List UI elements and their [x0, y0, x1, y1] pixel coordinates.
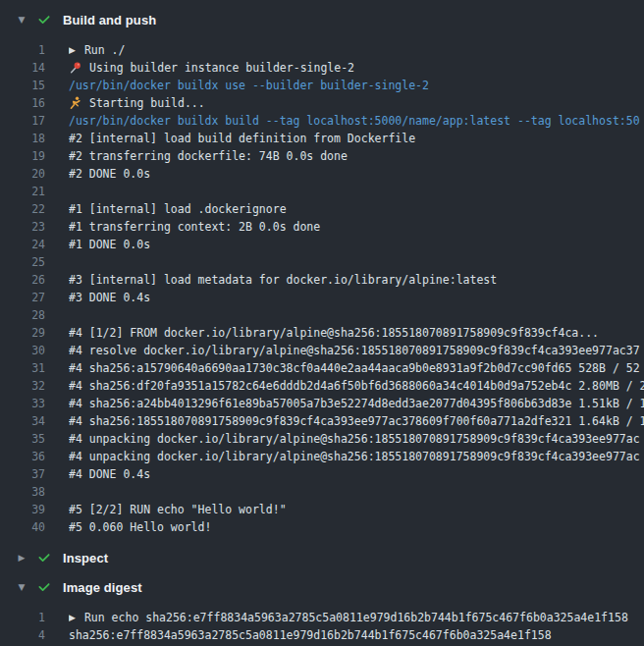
log-line: 36#4 unpacking docker.io/library/alpine@… — [0, 448, 644, 465]
line-number[interactable]: 16 — [0, 94, 45, 112]
line-number[interactable]: 24 — [0, 236, 45, 253]
log-line-text: sha256:e7ff8834a5963a2785c5a0811e979d16b… — [69, 626, 552, 644]
section-title: Build and push — [63, 13, 156, 27]
log-line-text: #2 transferring dockerfile: 74B 0.0s don… — [69, 147, 348, 165]
log-line: 4sha256:e7ff8834a5963a2785c5a0811e979d16… — [0, 626, 644, 644]
section-header-inspect[interactable]: ▶Inspect — [0, 544, 644, 571]
log-line-content: #4 sha256:a24bb4013296f61e89ba57005a7b3e… — [69, 395, 644, 412]
line-number[interactable]: 29 — [0, 324, 45, 342]
line-number[interactable]: 40 — [0, 518, 45, 536]
log-line-text: Run echo sha256:e7ff8834a5963a2785c5a081… — [84, 609, 628, 626]
log-line-text: Using builder instance builder-single-2 — [89, 59, 354, 77]
section-header-image-digest[interactable]: ▼Image digest — [0, 573, 644, 601]
line-number[interactable]: 18 — [0, 130, 45, 147]
log-line: 29#4 [1/2] FROM docker.io/library/alpine… — [0, 324, 644, 342]
log-line: 39#5 [2/2] RUN echo "Hello world!" — [0, 501, 644, 518]
chevron-right-icon[interactable]: ▶ — [14, 553, 29, 563]
line-number[interactable]: 1 — [0, 609, 45, 626]
log-line: 25 — [0, 253, 644, 271]
log-line-text: #4 DONE 0.4s — [69, 465, 150, 483]
line-number[interactable]: 39 — [0, 501, 45, 518]
log-line-text: #5 0.060 Hello world! — [69, 518, 211, 536]
log-line-text: #4 sha256:185518070891758909c9f839cf4ca3… — [69, 412, 644, 430]
log-line-content: Using builder instance builder-single-2 — [69, 59, 644, 77]
section-lines-build-and-push: 1▶Run ./14Using builder instance builder… — [0, 33, 644, 542]
line-number[interactable]: 33 — [0, 395, 45, 412]
runner-icon — [69, 96, 82, 110]
log-line: 33#4 sha256:a24bb4013296f61e89ba57005a7b… — [0, 395, 644, 412]
line-number[interactable]: 15 — [0, 77, 45, 94]
log-line-content: #4 resolve docker.io/library/alpine@sha2… — [69, 342, 644, 359]
section-title: Image digest — [63, 580, 142, 595]
log-line: 34#4 sha256:185518070891758909c9f839cf4c… — [0, 412, 644, 430]
log-line-content: #1 [internal] load .dockerignore — [69, 200, 644, 218]
log-line: 38 — [0, 483, 644, 501]
actions-log-viewer: ▼Build and push1▶Run ./14Using builder i… — [0, 0, 644, 646]
line-number[interactable]: 14 — [0, 59, 45, 77]
log-line: 22#1 [internal] load .dockerignore — [0, 200, 644, 218]
log-line-text: Run ./ — [84, 41, 126, 59]
line-number[interactable]: 20 — [0, 165, 45, 183]
line-number[interactable]: 1 — [0, 41, 45, 59]
success-check-icon — [37, 13, 51, 27]
log-line: 35#4 unpacking docker.io/library/alpine@… — [0, 430, 644, 448]
line-number[interactable]: 28 — [0, 306, 45, 324]
run-group-toggle-icon[interactable]: ▶ — [69, 41, 76, 59]
line-number[interactable]: 32 — [0, 377, 45, 395]
log-line: 26#3 [internal] load metadata for docker… — [0, 271, 644, 289]
log-line-content: Starting build... — [69, 94, 644, 112]
section-header-build-and-push[interactable]: ▼Build and push — [0, 6, 644, 33]
log-line-content: #1 DONE 0.0s — [69, 236, 644, 253]
log-line-text: #3 DONE 0.4s — [69, 289, 150, 306]
log-section-inspect: ▶Inspect — [0, 544, 644, 571]
line-number[interactable]: 22 — [0, 200, 45, 218]
run-group-toggle-icon[interactable]: ▶ — [69, 609, 76, 626]
line-number[interactable]: 35 — [0, 430, 45, 448]
log-line-content: #4 unpacking docker.io/library/alpine@sh… — [69, 448, 644, 465]
log-line: 27#3 DONE 0.4s — [0, 289, 644, 306]
line-number[interactable]: 26 — [0, 271, 45, 289]
log-line-content: #2 DONE 0.0s — [69, 165, 644, 183]
log-line-text: #1 DONE 0.0s — [69, 236, 150, 253]
log-line-content: ▶Run echo sha256:e7ff8834a5963a2785c5a08… — [69, 609, 644, 626]
line-number[interactable]: 34 — [0, 412, 45, 430]
line-number[interactable]: 30 — [0, 342, 45, 359]
line-number[interactable]: 37 — [0, 465, 45, 483]
section-title: Inspect — [63, 551, 108, 565]
chevron-down-icon[interactable]: ▼ — [14, 582, 29, 592]
log-line: 19#2 transferring dockerfile: 74B 0.0s d… — [0, 147, 644, 165]
log-line-text: #4 sha256:df20fa9351a15782c64e6dddb2d4a6… — [69, 377, 644, 395]
line-number[interactable]: 4 — [0, 626, 45, 644]
log-line-content: #4 sha256:df20fa9351a15782c64e6dddb2d4a6… — [69, 377, 644, 395]
log-line-text: #2 [internal] load build definition from… — [69, 130, 415, 147]
chevron-down-icon[interactable]: ▼ — [14, 15, 29, 25]
log-line-text: #4 sha256:a24bb4013296f61e89ba57005a7b3e… — [69, 395, 644, 412]
line-number[interactable]: 23 — [0, 218, 45, 236]
line-number[interactable]: 27 — [0, 289, 45, 306]
log-line-content: /usr/bin/docker buildx use --builder bui… — [69, 77, 644, 94]
log-line: 30#4 resolve docker.io/library/alpine@sh… — [0, 342, 644, 359]
log-line: 23#1 transferring context: 2B 0.0s done — [0, 218, 644, 236]
success-check-icon — [37, 580, 51, 594]
log-line-text: #2 DONE 0.0s — [69, 165, 150, 183]
log-line-content: #4 DONE 0.4s — [69, 465, 644, 483]
log-line-text: #5 [2/2] RUN echo "Hello world!" — [69, 501, 287, 518]
success-check-icon — [37, 551, 51, 565]
line-number[interactable]: 17 — [0, 112, 45, 130]
line-number[interactable]: 31 — [0, 359, 45, 377]
line-number[interactable]: 25 — [0, 253, 45, 271]
log-line: 21 — [0, 183, 644, 200]
log-line-text: #4 sha256:a15790640a6690aa1730c38cf0a440… — [69, 359, 640, 377]
pushpin-icon-wrap — [69, 61, 82, 75]
log-line: 40#5 0.060 Hello world! — [0, 518, 644, 536]
line-number[interactable]: 38 — [0, 483, 45, 501]
runner-icon-wrap — [69, 96, 82, 110]
line-number[interactable]: 19 — [0, 147, 45, 165]
log-line-text: #4 unpacking docker.io/library/alpine@sh… — [69, 448, 640, 465]
log-line-text: #4 unpacking docker.io/library/alpine@sh… — [69, 430, 640, 448]
log-line-text: #3 [internal] load metadata for docker.i… — [69, 271, 497, 289]
line-number[interactable]: 36 — [0, 448, 45, 465]
log-line-text: #4 [1/2] FROM docker.io/library/alpine@s… — [69, 324, 599, 342]
line-number[interactable]: 21 — [0, 183, 45, 200]
log-line-content: #5 [2/2] RUN echo "Hello world!" — [69, 501, 644, 518]
